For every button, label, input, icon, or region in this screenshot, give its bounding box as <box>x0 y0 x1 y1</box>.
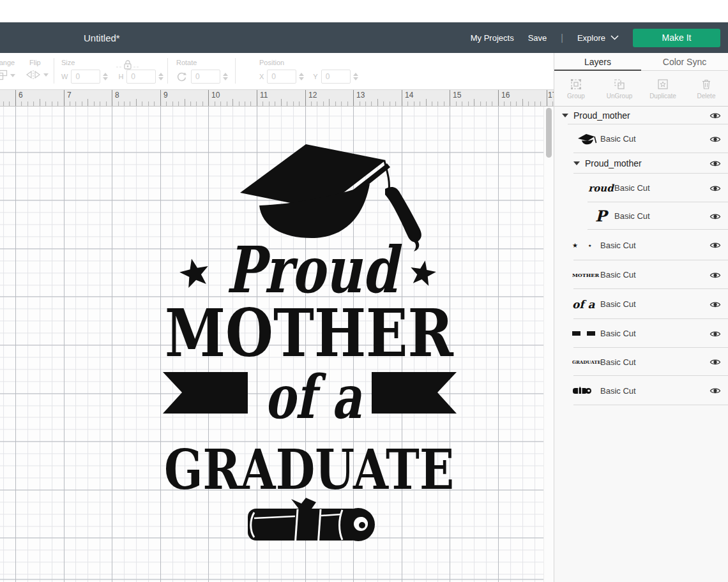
visibility-eye-icon[interactable] <box>709 160 721 167</box>
layer-label: Basic Cut <box>614 183 650 193</box>
x-stepper[interactable] <box>299 73 304 80</box>
star-left <box>178 256 212 289</box>
flip-icon <box>26 70 41 80</box>
topbar-divider: | <box>561 33 563 43</box>
save-link[interactable]: Save <box>528 33 547 43</box>
layer-thumb-banners <box>572 331 600 336</box>
banner-left <box>163 372 248 414</box>
flip-label: Flip <box>29 59 41 66</box>
canvas-scrollbar-track[interactable] <box>543 107 554 582</box>
ruler-major-ticks <box>0 90 554 106</box>
group-button[interactable]: Group <box>554 71 598 106</box>
layer-thumb-stars: ★★ <box>572 242 600 249</box>
trash-icon <box>700 78 713 91</box>
ruler-number: 9 <box>163 91 168 100</box>
ruler-number: 10 <box>211 91 220 100</box>
visibility-eye-icon[interactable] <box>709 135 721 143</box>
size-label: Size <box>61 59 75 66</box>
layer-label: Basic Cut <box>614 211 650 221</box>
toolbar-divider <box>235 58 236 84</box>
x-input[interactable] <box>267 70 296 84</box>
ruler-number: 14 <box>405 91 413 100</box>
word-mother: MOTHER <box>165 294 454 371</box>
rotate-input[interactable] <box>191 70 220 84</box>
canvas-scrollbar-thumb[interactable] <box>546 108 552 158</box>
layer-label: Basic Cut <box>600 134 636 144</box>
layer-row[interactable]: GRADUATE Basic Cut <box>554 348 728 376</box>
size-lock-icon[interactable] <box>116 59 139 70</box>
layer-row[interactable]: of a Basic Cut <box>554 289 728 319</box>
ruler-number: 8 <box>115 91 119 100</box>
flip-caret-icon <box>43 73 49 77</box>
collapse-caret-icon[interactable] <box>573 161 580 165</box>
position-label: Position <box>259 59 284 66</box>
proud-mother-design[interactable]: Proud MOTHER of a GRADUATE <box>0 107 554 582</box>
rotate-stepper[interactable] <box>223 73 228 80</box>
collapse-caret-icon[interactable] <box>562 114 568 117</box>
layer-group-row[interactable]: Proud_mother <box>554 107 728 124</box>
x-label: X <box>259 73 264 80</box>
y-label: Y <box>313 73 317 80</box>
y-input[interactable] <box>321 70 351 84</box>
layer-thumb-graduation-cap <box>573 133 600 146</box>
layer-thumb-diploma-scroll <box>572 386 600 395</box>
width-label: W <box>61 73 68 80</box>
ruler-number: 13 <box>356 91 365 100</box>
explore-menu[interactable]: Explore <box>577 33 619 43</box>
document-title: Untitled* <box>84 22 120 53</box>
layer-thumb-script-p: P <box>588 207 614 225</box>
top-app-bar: Untitled* My Projects Save | Explore Mak… <box>0 22 728 53</box>
ruler-number: 6 <box>19 91 23 100</box>
layer-thumb-mother: MOTHER <box>572 272 600 278</box>
arrange-label: Arrange <box>0 59 15 66</box>
visibility-eye-icon[interactable] <box>709 112 721 119</box>
ruler-number: 16 <box>501 91 510 100</box>
height-stepper[interactable] <box>158 73 163 80</box>
width-input[interactable] <box>71 70 100 84</box>
height-input[interactable] <box>126 70 156 84</box>
group-label: Group <box>567 93 585 100</box>
visibility-eye-icon[interactable] <box>709 358 721 366</box>
visibility-eye-icon[interactable] <box>709 301 721 308</box>
make-it-button[interactable]: Make It <box>633 29 720 47</box>
layer-label: Basic Cut <box>600 299 636 309</box>
layer-row[interactable]: Basic Cut <box>554 124 728 153</box>
flip-button[interactable] <box>26 70 49 80</box>
layer-label: Basic Cut <box>600 357 636 367</box>
visibility-eye-icon[interactable] <box>709 330 721 338</box>
layer-label: Basic Cut <box>600 270 636 280</box>
my-projects-link[interactable]: My Projects <box>471 33 514 43</box>
layer-row[interactable]: ★★ Basic Cut <box>554 230 728 260</box>
duplicate-button[interactable]: Duplicate <box>641 71 685 106</box>
arrange-button[interactable] <box>0 70 15 81</box>
ruler-number: 12 <box>308 91 317 100</box>
design-canvas[interactable]: Proud MOTHER of a GRADUATE <box>0 107 554 582</box>
layer-group-row[interactable]: Proud_mother <box>554 153 728 174</box>
duplicate-icon <box>656 78 669 91</box>
visibility-eye-icon[interactable] <box>709 271 721 279</box>
word-of-a: of a <box>264 362 362 432</box>
y-stepper[interactable] <box>353 73 358 80</box>
rotate-label: Rotate <box>176 59 197 66</box>
layers-panel: Layers Color Sync Group UnGroup D <box>554 53 728 582</box>
visibility-eye-icon[interactable] <box>709 241 721 249</box>
tab-color-sync[interactable]: Color Sync <box>641 53 728 70</box>
layer-row[interactable]: roud Basic Cut <box>554 174 728 202</box>
layer-group-label: Proud_mother <box>573 110 630 121</box>
layer-row[interactable]: MOTHER Basic Cut <box>554 260 728 289</box>
layer-label: Basic Cut <box>600 386 636 396</box>
layer-row[interactable]: P Basic Cut <box>554 202 728 230</box>
visibility-eye-icon[interactable] <box>709 387 721 394</box>
diploma-scroll <box>248 498 375 541</box>
delete-button[interactable]: Delete <box>685 71 728 106</box>
layer-thumb-graduate: GRADUATE <box>572 359 600 365</box>
layer-row[interactable]: Basic Cut <box>554 376 728 405</box>
visibility-eye-icon[interactable] <box>709 213 721 220</box>
ungroup-icon <box>613 78 626 91</box>
word-graduate: GRADUATE <box>164 437 454 502</box>
width-stepper[interactable] <box>103 73 108 80</box>
tab-layers[interactable]: Layers <box>554 53 641 70</box>
ungroup-button[interactable]: UnGroup <box>598 71 641 106</box>
layer-row[interactable]: Basic Cut <box>554 319 728 348</box>
visibility-eye-icon[interactable] <box>709 184 721 192</box>
